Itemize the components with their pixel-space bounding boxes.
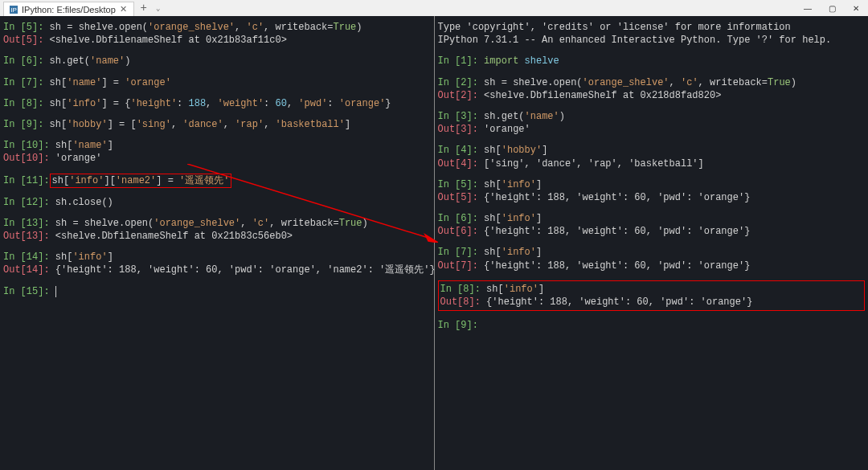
- left-in-9: In [9]: sh['hobby'] = ['sing', 'dance', …: [3, 118, 431, 131]
- right-out-3: Out[3]: 'orange': [438, 123, 866, 136]
- right-banner-1: Type 'copyright', 'credits' or 'license'…: [438, 21, 866, 34]
- right-in-1: In [1]: import shelve: [438, 55, 866, 67]
- tab-area: IP IPython: E:files/Desktop ✕ + ⌄: [0, 0, 165, 16]
- left-in-7: In [7]: sh['name'] = 'orange': [3, 76, 431, 89]
- right-out-8: Out[8]: {'height': 188, 'weight': 60, 'p…: [440, 296, 863, 309]
- maximize-button[interactable]: ▢: [820, 0, 844, 16]
- right-in-5: In [5]: sh['info']: [438, 178, 866, 191]
- right-banner-2: IPython 7.31.1 -- An enhanced Interactiv…: [438, 34, 866, 47]
- right-out-7: Out[7]: {'height': 188, 'weight': 60, 'p…: [438, 260, 866, 272]
- new-tab-button[interactable]: +: [136, 1, 152, 15]
- right-in-8: In [8]: sh['info']: [440, 283, 863, 296]
- tab-title: IPython: E:files/Desktop: [22, 5, 116, 14]
- right-in-3: In [3]: sh.get('name'): [438, 110, 866, 123]
- right-in-7: In [7]: sh['info']: [438, 246, 866, 259]
- left-in-15: In [15]:: [3, 285, 431, 298]
- left-out-10: Out[10]: 'orange': [3, 152, 431, 165]
- ipython-icon: IP: [9, 5, 18, 14]
- left-in-10: In [10]: sh['name']: [3, 139, 431, 152]
- close-button[interactable]: ✕: [844, 0, 868, 16]
- right-in-2: In [2]: sh = shelve.open('orange_shelve'…: [438, 76, 866, 89]
- tab-chevron-icon[interactable]: ⌄: [152, 4, 165, 13]
- left-in-13: In [13]: sh = shelve.open('orange_shelve…: [3, 217, 431, 230]
- tab-close-icon[interactable]: ✕: [119, 5, 129, 14]
- svg-text:IP: IP: [10, 6, 17, 14]
- left-in-8: In [8]: sh['info'] = {'height': 188, 'we…: [3, 97, 431, 110]
- right-out-4: Out[4]: ['sing', 'dance', 'rap', 'basket…: [438, 157, 866, 170]
- left-out-5: Out[5]: <shelve.DbfilenameShelf at 0x21b…: [3, 34, 431, 47]
- right-out-2: Out[2]: <shelve.DbfilenameShelf at 0x218…: [438, 89, 866, 102]
- left-terminal[interactable]: In [5]: sh = shelve.open('orange_shelve'…: [0, 16, 435, 470]
- left-in-14: In [14]: sh['info']: [3, 251, 431, 264]
- left-out-14: Out[14]: {'height': 188, 'weight': 60, '…: [3, 264, 431, 276]
- right-in-4: In [4]: sh['hobby']: [438, 144, 866, 157]
- right-highlight-box: In [8]: sh['info'] Out[8]: {'height': 18…: [438, 280, 866, 311]
- right-out-6: Out[6]: {'height': 188, 'weight': 60, 'p…: [438, 225, 866, 238]
- content: In [5]: sh = shelve.open('orange_shelve'…: [0, 16, 868, 470]
- minimize-button[interactable]: —: [796, 0, 820, 16]
- window-controls: — ▢ ✕: [796, 0, 868, 16]
- left-in-5: In [5]: sh = shelve.open('orange_shelve'…: [3, 21, 431, 34]
- left-in-6: In [6]: sh.get('name'): [3, 55, 431, 67]
- titlebar: IP IPython: E:files/Desktop ✕ + ⌄ — ▢ ✕: [0, 0, 868, 16]
- tab-ipython[interactable]: IP IPython: E:files/Desktop ✕: [3, 2, 134, 16]
- right-in-9: In [9]:: [438, 319, 866, 332]
- left-in-12: In [12]: sh.close(): [3, 196, 431, 209]
- right-out-5: Out[5]: {'height': 188, 'weight': 60, 'p…: [438, 191, 866, 204]
- right-in-6: In [6]: sh['info']: [438, 212, 866, 225]
- left-out-13: Out[13]: <shelve.DbfilenameShelf at 0x21…: [3, 230, 431, 243]
- left-in-11: In [11]: sh['info']['name2'] = '遥遥领先': [3, 174, 431, 188]
- right-terminal[interactable]: Type 'copyright', 'credits' or 'license'…: [435, 16, 869, 470]
